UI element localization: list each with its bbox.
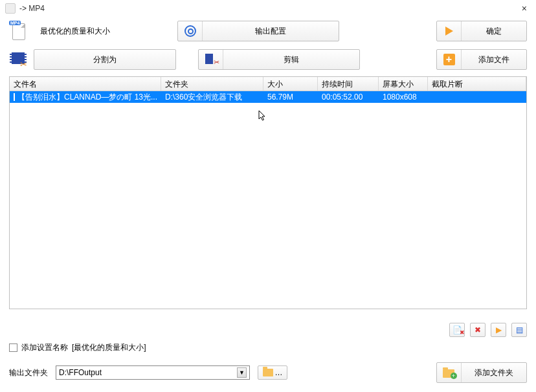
output-folder-row: 输出文件夹 D:\FFOutput ▼ … + 添加文件夹 <box>9 362 527 383</box>
browse-button[interactable]: … <box>258 365 287 380</box>
preset-checkbox-label: 添加设置名称 <box>21 342 68 353</box>
preset-text: [最优化的质量和大小] <box>72 342 146 353</box>
cell-filename: 【告别泪水】CLANNAD—梦の町 13光... <box>17 92 157 103</box>
quality-group: MP4 最优化的质量和大小 <box>9 21 177 41</box>
th-duration[interactable]: 持续时间 <box>318 77 379 91</box>
info-button[interactable]: ▤ <box>511 323 527 337</box>
bottom-panel: 📄✖ ✖ ▶ ▤ 添加设置名称 [最优化的质量和大小] 输出文件夹 D:\FFO… <box>0 318 536 392</box>
toolbar-row-2: ✂ 分割为 ✂ 剪辑 + 添加文件 <box>0 45 536 76</box>
preset-checkbox[interactable] <box>9 343 17 352</box>
th-screensize[interactable]: 屏幕大小 <box>379 77 428 91</box>
add-folder-button[interactable]: + 添加文件夹 <box>436 362 527 383</box>
output-folder-label: 输出文件夹 <box>9 367 48 378</box>
th-size[interactable]: 大小 <box>263 77 318 91</box>
arrow-right-icon <box>437 21 462 41</box>
cell-size: 56.79M <box>263 92 318 102</box>
th-clip[interactable]: 截取片断 <box>428 77 526 91</box>
clear-button[interactable]: ✖ <box>470 323 486 337</box>
cell-screensize: 1080x608 <box>379 92 428 102</box>
folder-plus-icon: + <box>437 363 462 382</box>
preset-checkbox-row: 添加设置名称 [最优化的质量和大小] <box>9 342 527 353</box>
table-header: 文件名 文件夹 大小 持续时间 屏幕大小 截取片断 <box>10 77 526 91</box>
output-config-button[interactable]: 输出配置 <box>177 21 339 41</box>
output-folder-value: D:\FFOutput <box>59 368 237 377</box>
cell-clip <box>428 96 526 98</box>
cell-duration: 00:05:52.00 <box>318 92 379 102</box>
plus-icon: + <box>437 50 462 69</box>
chevron-down-icon: ▼ <box>237 367 247 378</box>
table-row[interactable]: 【告别泪水】CLANNAD—梦の町 13光... D:\360安全浏览器下载 5… <box>10 91 526 103</box>
close-button[interactable]: × <box>518 2 531 15</box>
cell-folder: D:\360安全浏览器下载 <box>161 91 263 103</box>
output-folder-combo[interactable]: D:\FFOutput ▼ <box>56 365 250 380</box>
add-file-button[interactable]: + 添加文件 <box>436 49 527 70</box>
file-table: 文件名 文件夹 大小 持续时间 屏幕大小 截取片断 【告别泪水】CLANNAD—… <box>9 76 527 309</box>
cut-button[interactable]: ✂ 剪辑 <box>198 49 360 70</box>
window-title: -> MP4 <box>19 4 518 13</box>
split-icon: ✂ <box>9 50 28 69</box>
ok-button[interactable]: 确定 <box>436 21 527 41</box>
th-folder[interactable]: 文件夹 <box>161 77 263 91</box>
titlebar: -> MP4 × <box>0 0 536 17</box>
page-delete-button[interactable]: 📄✖ <box>449 323 465 337</box>
quality-label: 最优化的质量和大小 <box>40 26 110 37</box>
split-button[interactable]: 分割为 <box>34 49 176 70</box>
play-button[interactable]: ▶ <box>491 323 506 337</box>
folder-icon <box>263 369 273 376</box>
toolbar-row-1: MP4 最优化的质量和大小 输出配置 确定 <box>0 17 536 45</box>
app-icon <box>5 3 16 14</box>
swirl-icon <box>178 21 203 41</box>
mp4-file-icon: MP4 <box>9 21 28 41</box>
video-file-icon <box>14 93 15 101</box>
cut-icon: ✂ <box>199 50 223 69</box>
th-filename[interactable]: 文件名 <box>10 77 161 91</box>
tool-icons: 📄✖ ✖ ▶ ▤ <box>9 323 527 337</box>
